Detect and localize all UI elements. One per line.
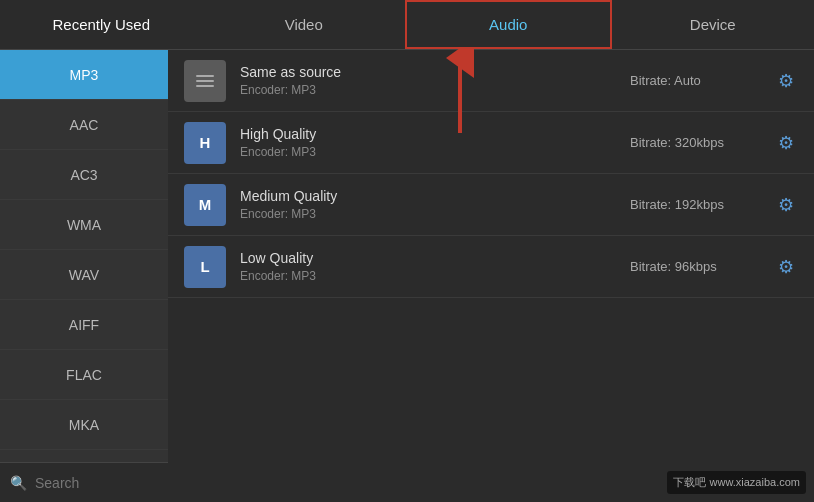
format-bitrate-high: Bitrate: 320kbps — [630, 135, 760, 150]
sidebar-item-wma[interactable]: WMA — [0, 200, 168, 250]
format-bitrate-med: Bitrate: 192kbps — [630, 197, 760, 212]
tab-video[interactable]: Video — [203, 0, 406, 49]
tab-audio[interactable]: Audio — [405, 0, 612, 49]
sidebar-item-flac[interactable]: FLAC — [0, 350, 168, 400]
format-bitrate-auto: Bitrate: Auto — [630, 73, 760, 88]
settings-icon-high[interactable]: ⚙ — [774, 128, 798, 158]
format-bitrate-low: Bitrate: 96kbps — [630, 259, 760, 274]
sidebar-item-aiff[interactable]: AIFF — [0, 300, 168, 350]
format-icon-high: H — [184, 122, 226, 164]
format-row-high-quality[interactable]: H High Quality Encoder: MP3 Bitrate: 320… — [168, 112, 814, 174]
sidebar: MP3 AAC AC3 WMA WAV AIFF FLAC — [0, 50, 168, 462]
svg-rect-0 — [196, 75, 214, 77]
tab-recently-used[interactable]: Recently Used — [0, 0, 203, 49]
sidebar-item-aac[interactable]: AAC — [0, 100, 168, 150]
svg-rect-2 — [196, 85, 214, 87]
settings-icon-auto[interactable]: ⚙ — [774, 66, 798, 96]
search-bar: 🔍 — [0, 462, 168, 502]
format-list: Same as source Encoder: MP3 Bitrate: Aut… — [168, 50, 814, 502]
settings-icon-low[interactable]: ⚙ — [774, 252, 798, 282]
format-icon-med: M — [184, 184, 226, 226]
format-row-same-as-source[interactable]: Same as source Encoder: MP3 Bitrate: Aut… — [168, 50, 814, 112]
sidebar-item-mp3[interactable]: MP3 — [0, 50, 168, 100]
sidebar-item-wav[interactable]: WAV — [0, 250, 168, 300]
tab-device[interactable]: Device — [612, 0, 815, 49]
format-icon-low: L — [184, 246, 226, 288]
sidebar-item-ac3[interactable]: AC3 — [0, 150, 168, 200]
format-info-high: High Quality Encoder: MP3 — [240, 126, 616, 159]
sidebar-item-mka[interactable]: MKA — [0, 400, 168, 450]
settings-icon-med[interactable]: ⚙ — [774, 190, 798, 220]
format-info-low: Low Quality Encoder: MP3 — [240, 250, 616, 283]
format-info-med: Medium Quality Encoder: MP3 — [240, 188, 616, 221]
svg-rect-1 — [196, 80, 214, 82]
format-row-medium-quality[interactable]: M Medium Quality Encoder: MP3 Bitrate: 1… — [168, 174, 814, 236]
tab-bar: Recently Used Video Audio Device — [0, 0, 814, 50]
format-info-same-as-source: Same as source Encoder: MP3 — [240, 64, 616, 97]
format-icon-auto — [184, 60, 226, 102]
format-row-low-quality[interactable]: L Low Quality Encoder: MP3 Bitrate: 96kb… — [168, 236, 814, 298]
search-icon: 🔍 — [10, 475, 27, 491]
